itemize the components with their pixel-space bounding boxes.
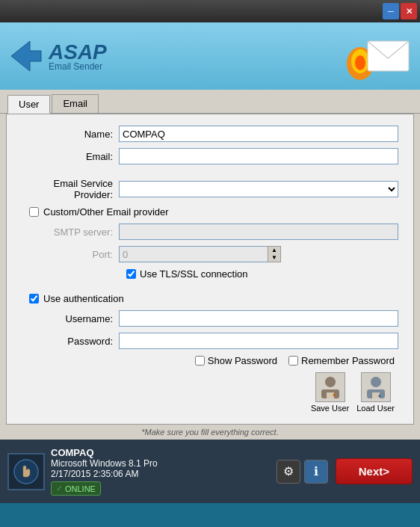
footer-message: *Make sure you fill everything correct.: [0, 425, 420, 440]
tab-bar: User Email: [0, 90, 420, 114]
smtp-input: [119, 224, 398, 240]
port-spinner: ▲ ▼: [268, 246, 281, 262]
email-service-label: Email Service Provider:: [22, 178, 119, 200]
load-user-button[interactable]: Load User: [356, 372, 395, 413]
svg-marker-0: [11, 41, 41, 71]
show-password-checkbox[interactable]: [195, 356, 205, 366]
username-label: Username:: [22, 313, 119, 324]
logo-icon: [7, 37, 45, 75]
svg-point-5: [325, 377, 336, 387]
password-options-row: Show Password Remember Password: [22, 355, 398, 366]
save-user-label: Save User: [311, 404, 349, 413]
password-label: Password:: [22, 336, 119, 347]
bottom-info: COMPAQ Microsoft Windows 8.1 Pro 2/17/20…: [7, 447, 273, 496]
load-user-label: Load User: [356, 404, 395, 413]
email-service-select[interactable]: Gmail Yahoo Outlook: [119, 181, 398, 197]
minimize-button[interactable]: ─: [383, 3, 399, 19]
svg-rect-11: [372, 392, 380, 398]
smtp-row: SMTP server:: [22, 224, 398, 240]
tab-email[interactable]: Email: [52, 94, 99, 113]
next-button[interactable]: Next>: [336, 458, 413, 484]
port-label: Port:: [22, 249, 119, 260]
port-row: Port: ▲ ▼: [22, 246, 398, 262]
logo-area: ASAP Email Sender: [7, 37, 107, 75]
remember-password-label: Remember Password: [288, 355, 395, 366]
name-label: Name:: [22, 129, 119, 140]
close-button[interactable]: ✕: [401, 3, 417, 19]
username-display: COMPAQ: [51, 447, 158, 458]
name-input[interactable]: [119, 126, 398, 142]
password-row: Password:: [22, 333, 398, 349]
title-bar: ─ ✕: [0, 0, 420, 22]
bottom-icons: ⚙ ℹ: [273, 460, 328, 484]
save-load-row: Save User Load User: [22, 372, 398, 413]
svg-point-9: [371, 377, 381, 387]
save-user-icon: [315, 372, 345, 402]
form-area: Name: Email: Email Service Provider: Gma…: [6, 114, 414, 425]
online-badge: ONLINE: [51, 481, 101, 496]
username-row: Username:: [22, 310, 398, 327]
settings-button[interactable]: ⚙: [277, 460, 300, 484]
email-envelope-icon: [338, 30, 413, 82]
user-info: COMPAQ Microsoft Windows 8.1 Pro 2/17/20…: [51, 447, 158, 496]
tls-row: Use TLS/SSL connection: [22, 268, 398, 280]
svg-rect-7: [327, 392, 334, 398]
email-input[interactable]: [119, 148, 398, 164]
password-input[interactable]: [119, 333, 398, 349]
port-down-button: ▼: [268, 254, 280, 262]
custom-provider-label: Custom/Other Email provider: [43, 206, 169, 218]
avatar: [7, 453, 45, 490]
header: ASAP Email Sender: [0, 22, 420, 90]
bottom-bar: COMPAQ Microsoft Windows 8.1 Pro 2/17/20…: [0, 440, 420, 503]
datetime-display: 2/17/2015 2:35:06 AM: [51, 469, 158, 479]
auth-row: Use authentication: [22, 293, 398, 304]
port-input-wrap: ▲ ▼: [119, 246, 281, 262]
logo-subtitle: Email Sender: [49, 61, 107, 72]
custom-provider-checkbox[interactable]: [29, 207, 39, 217]
info-icon: ℹ: [314, 464, 318, 478]
name-row: Name:: [22, 126, 398, 142]
remember-password-checkbox[interactable]: [288, 356, 298, 366]
main-window: User Email Name: Email: Email Service Pr…: [0, 90, 420, 440]
smtp-label: SMTP server:: [22, 226, 119, 238]
svg-point-3: [355, 55, 365, 70]
custom-provider-row: Custom/Other Email provider: [22, 206, 398, 218]
tls-label: Use TLS/SSL connection: [140, 268, 248, 280]
online-label: ONLINE: [65, 484, 96, 493]
tls-checkbox[interactable]: [126, 269, 136, 279]
port-up-button: ▲: [268, 247, 280, 254]
tab-user[interactable]: User: [7, 95, 50, 114]
show-password-label: Show Password: [195, 355, 277, 366]
use-auth-label: Use authentication: [43, 293, 124, 304]
username-input[interactable]: [119, 310, 398, 327]
save-user-button[interactable]: Save User: [311, 372, 349, 413]
email-service-row: Email Service Provider: Gmail Yahoo Outl…: [22, 178, 398, 200]
port-input: [119, 246, 268, 262]
email-row: Email:: [22, 148, 398, 164]
info-button[interactable]: ℹ: [304, 460, 328, 484]
load-user-icon: [361, 372, 391, 402]
email-label: Email:: [22, 151, 119, 162]
os-display: Microsoft Windows 8.1 Pro: [51, 458, 158, 469]
use-auth-checkbox[interactable]: [29, 294, 39, 303]
gear-icon: ⚙: [283, 464, 294, 478]
